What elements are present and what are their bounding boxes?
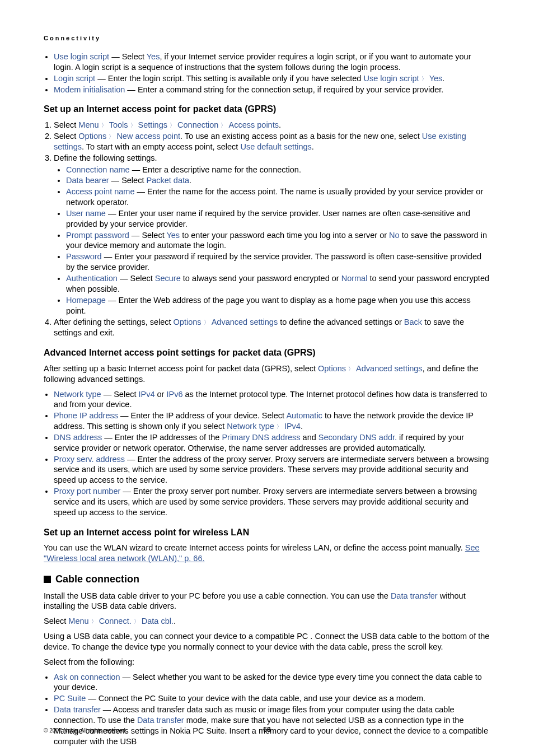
list-item: Define the following settings. Connectio… xyxy=(54,153,490,316)
chapter-title: Connectivity xyxy=(44,35,490,41)
list-item: After defining the settings, select Opti… xyxy=(54,317,490,338)
ui-term: Login script xyxy=(54,74,95,83)
ui-term: Modem initialisation xyxy=(54,85,125,94)
page-content: Use login script — Select Yes, if your I… xyxy=(44,52,490,747)
paragraph: Select from the following: xyxy=(44,657,490,668)
list-item: Select Options 〉 New access point. To us… xyxy=(54,131,490,152)
section-heading-major: Cable connection xyxy=(44,573,490,586)
section-heading: Advanced Internet access point settings … xyxy=(44,347,490,359)
advanced-list: Network type — Select IPv4 or IPv6 as th… xyxy=(44,389,490,518)
list-item: Modem initialisation — Enter a command s… xyxy=(54,85,490,95)
paragraph: After setting up a basic Internet access… xyxy=(44,363,490,385)
ui-term: Use login script xyxy=(54,52,109,61)
page-number: 58 xyxy=(263,726,270,734)
list-item: Select Menu 〉 Tools 〉 Settings 〉 Connect… xyxy=(54,120,490,130)
paragraph: Using a USB data cable, you can connect … xyxy=(44,631,490,652)
intro-list: Use login script — Select Yes, if your I… xyxy=(44,52,490,95)
square-bullet-icon xyxy=(44,576,51,583)
cable-options: Ask on connection — Select whether you w… xyxy=(44,672,490,747)
gprs-steps: Select Menu 〉 Tools 〉 Settings 〉 Connect… xyxy=(44,120,490,338)
paragraph: Install the USB data cable driver to you… xyxy=(44,591,490,612)
paragraph: Select Menu 〉 Connect. 〉 Data cbl.. xyxy=(44,616,490,627)
section-heading: Set up an Internet access point for wire… xyxy=(44,527,490,539)
section-heading: Set up an Internet access point for pack… xyxy=(44,104,490,115)
paragraph: You can use the WLAN wizard to create In… xyxy=(44,543,490,564)
list-item: Use login script — Select Yes, if your I… xyxy=(54,52,490,73)
gprs-sub-settings: Connection name — Enter a descriptive na… xyxy=(54,165,490,316)
list-item: Login script — Enter the login script. T… xyxy=(54,73,490,84)
